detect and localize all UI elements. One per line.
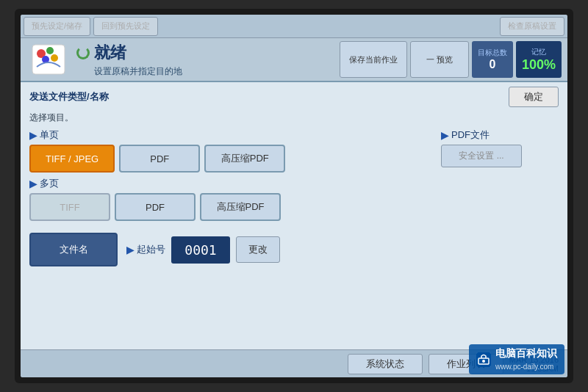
file-type-section: ▶ 单页 TIFF / JPEG PDF 高压缩PDF ▶ 多页 TIFF: [29, 128, 559, 225]
svg-point-2: [46, 47, 54, 54]
outer-frame: 预先设定/储存 回到预先设定 检查原稿设置 就绪: [15, 9, 573, 383]
system-status-btn[interactable]: 系统状态: [348, 354, 423, 374]
multi-tiff-btn[interactable]: TIFF: [29, 193, 110, 221]
top-nav-btn2[interactable]: 回到预先设定: [93, 17, 158, 36]
preview-btn[interactable]: 一 预览: [410, 41, 469, 78]
multi-pdf-btn[interactable]: PDF: [115, 193, 196, 221]
start-num-arrow: ▶: [126, 244, 134, 255]
memory-value: 100%: [522, 57, 556, 73]
counter-value: 0: [490, 58, 496, 71]
single-tiff-btn[interactable]: TIFF / JPEG: [29, 145, 115, 173]
col-right: ▶ PDF文件 安全设置 ...: [441, 128, 559, 167]
counter-box: 目标总数 0: [472, 41, 513, 78]
col-left: ▶ 单页 TIFF / JPEG PDF 高压缩PDF ▶ 多页 TIFF: [29, 128, 432, 225]
memory-box: 记忆 100%: [516, 41, 562, 78]
status-spinner-icon: [76, 46, 90, 59]
header-right: 保存当前作业 一 预览 目标总数 0 记忆 100%: [340, 41, 562, 78]
instruction-text: 选择项目。: [29, 112, 559, 124]
screen: 预先设定/储存 回到预先设定 检查原稿设置 就绪: [21, 15, 567, 377]
single-pdf-btn[interactable]: PDF: [119, 145, 200, 173]
watermark: 电脑百科知识 www.pc-daily.com: [469, 344, 564, 374]
header-subtitle: 设置原稿并指定目的地: [94, 65, 340, 78]
logo-icon: [31, 43, 66, 76]
pdf-settings-btn[interactable]: 安全设置 ...: [441, 145, 522, 167]
filename-btn[interactable]: 文件名: [29, 233, 118, 266]
start-num-area: ▶ 起始号 0001 更改: [126, 236, 280, 264]
save-job-btn[interactable]: 保存当前作业: [340, 41, 407, 78]
multi-page-btns: TIFF PDF 高压缩PDF: [29, 193, 432, 221]
top-nav-btn3[interactable]: 检查原稿设置: [500, 17, 564, 36]
single-page-label: ▶ 单页: [29, 128, 432, 142]
header-title-area: 就绪 设置原稿并指定目的地: [71, 42, 340, 78]
pdf-file-label: ▶ PDF文件: [441, 128, 559, 142]
header-status: 就绪: [76, 42, 340, 64]
multi-page-arrow: ▶: [29, 178, 37, 189]
section-title-row: 发送文件类型/名称 确定: [29, 87, 559, 107]
memory-label: 记忆: [531, 47, 546, 57]
start-num-display: 0001: [171, 236, 230, 264]
confirm-btn[interactable]: 确定: [509, 87, 559, 107]
logo-area: [26, 41, 71, 78]
start-num-label: ▶ 起始号: [126, 243, 165, 256]
multi-highpdf-btn[interactable]: 高压缩PDF: [200, 193, 281, 221]
single-page-arrow: ▶: [29, 130, 37, 141]
change-btn[interactable]: 更改: [236, 236, 280, 263]
svg-point-4: [51, 54, 58, 62]
pdf-arrow: ▶: [441, 130, 448, 141]
single-page-btns: TIFF / JPEG PDF 高压缩PDF: [29, 145, 432, 173]
top-nav: 预先设定/储存 回到预先设定 检查原稿设置: [21, 15, 567, 38]
svg-point-7: [482, 360, 485, 363]
main-content: 发送文件类型/名称 确定 选择项目。 ▶ 单页 TIFF / JPEG PDF …: [21, 82, 567, 349]
bottom-row: 文件名 ▶ 起始号 0001 更改: [29, 233, 559, 266]
header: 就绪 设置原稿并指定目的地 保存当前作业 一 预览 目标总数 0 记忆 100%: [21, 38, 567, 82]
multi-page-label: ▶ 多页: [29, 177, 432, 190]
single-highpdf-btn[interactable]: 高压缩PDF: [204, 145, 285, 173]
counter-label: 目标总数: [478, 48, 507, 58]
section-title-text: 发送文件类型/名称: [29, 90, 109, 104]
status-text: 就绪: [94, 42, 126, 64]
watermark-icon: [476, 352, 491, 367]
top-nav-btn1[interactable]: 预先设定/储存: [24, 17, 90, 36]
watermark-text: 电脑百科知识 www.pc-daily.com: [495, 347, 557, 371]
